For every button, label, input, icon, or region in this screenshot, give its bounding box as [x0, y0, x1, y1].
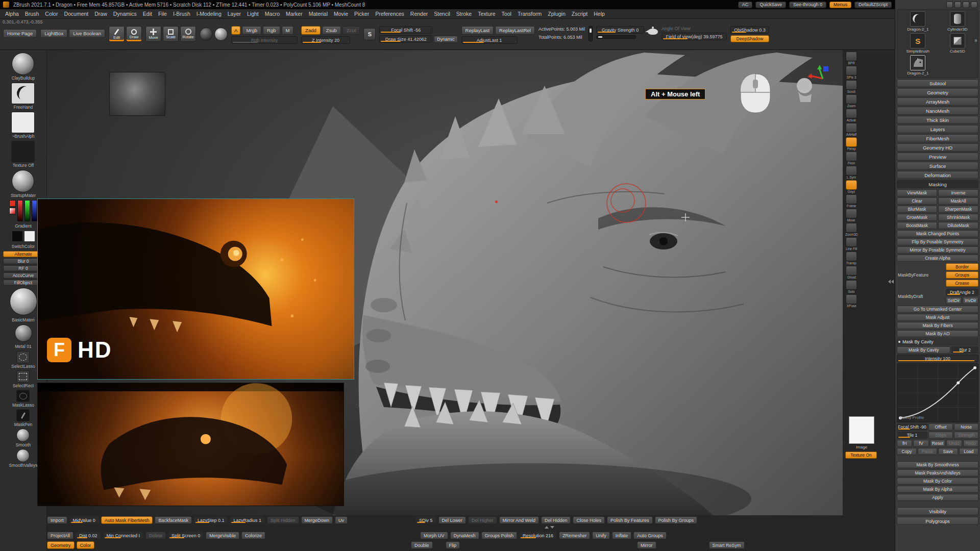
shelf-button[interactable]: Del Lower — [438, 516, 467, 524]
strip-button[interactable]: BPR — [846, 52, 857, 65]
title-bar-chip[interactable]: AC — [738, 2, 753, 8]
menu-item[interactable]: Help — [591, 9, 608, 18]
edit-mode-button[interactable]: Edit — [109, 26, 125, 42]
subpalette-header[interactable]: Polygroups — [897, 517, 978, 525]
mask-wide-button[interactable]: Mask PeaksAndValleys — [897, 469, 978, 477]
mini-gear-icon[interactable] — [954, 2, 961, 8]
color-gradient-swatch[interactable] — [9, 208, 16, 214]
strip-button-icon[interactable] — [846, 94, 857, 104]
color-a-button[interactable]: A — [231, 26, 240, 35]
shelf-button[interactable]: Groups Polish — [481, 532, 518, 539]
shelf-button[interactable]: Mirror And Weld — [499, 516, 539, 524]
mask-by-cavity-button[interactable]: Mask By Cavity — [897, 346, 950, 354]
subpalette-header[interactable]: Deformation — [897, 171, 978, 179]
mask-wide-button[interactable]: Mask By Color — [897, 478, 978, 485]
shelf-button[interactable]: Color — [77, 541, 95, 549]
cavity-intensity-slider[interactable]: Intensity 100 — [897, 355, 978, 362]
red-channel-bar[interactable] — [17, 200, 23, 221]
home-page-button[interactable]: Home Page — [3, 29, 37, 38]
strip-button-icon[interactable] — [846, 237, 857, 247]
metal-sphere-thumbnail[interactable] — [15, 324, 32, 342]
tool-item-simplebrush[interactable]: S SimpleBrush — [899, 33, 937, 54]
draft-angle-slider[interactable]: DraftAngle 2 — [946, 289, 978, 296]
strip-button[interactable]: Scroll — [846, 80, 857, 93]
tool-item-dragon-active[interactable]: Dragon-2_1 — [899, 55, 937, 76]
current-color-swatch[interactable] — [9, 200, 16, 207]
subpalette-header[interactable]: ArrayMesh — [897, 97, 978, 106]
shelf-button[interactable]: Min Connected I — [103, 532, 144, 539]
material-sphere-thumbnail[interactable] — [10, 288, 37, 315]
gradient-swatch[interactable] — [200, 28, 213, 41]
subpalette-header[interactable]: FiberMesh — [897, 134, 978, 142]
strip-button[interactable]: Transp — [846, 252, 857, 265]
lightbox-button[interactable]: LightBox — [40, 29, 67, 38]
shelf-button[interactable]: Polish By Groups — [655, 516, 698, 524]
menu-item[interactable]: Stencil — [431, 9, 453, 18]
z-intensity-slider[interactable]: Z Intensity 20 — [301, 36, 350, 44]
subpalette-header[interactable]: Geometry — [897, 88, 978, 96]
shelf-button[interactable]: Split Hidden — [267, 516, 299, 524]
live-boolean-button[interactable]: Live Boolean — [69, 29, 105, 38]
shelf-button[interactable]: Uv — [335, 516, 348, 524]
shelf-button[interactable]: Polish By Features — [607, 516, 653, 524]
curve-edit-button[interactable]: fV — [913, 440, 928, 447]
shelf-button[interactable]: Del Higher — [468, 516, 497, 524]
shelf-button[interactable]: MergeVisible — [206, 532, 239, 539]
menu-item[interactable]: File — [155, 9, 170, 18]
shelf-button[interactable]: Delete — [145, 532, 166, 539]
strip-button-icon[interactable] — [846, 80, 857, 90]
curve-file-button[interactable]: Load — [959, 448, 979, 455]
mask-wide-button[interactable]: Mask Adjust — [897, 314, 978, 321]
menu-item[interactable]: Edit — [140, 9, 155, 18]
zsub-button[interactable]: Zsub — [322, 26, 341, 35]
brush-slot[interactable]: ClayBuildup — [12, 53, 35, 81]
shelf-button[interactable]: Dist 0.02 — [76, 532, 101, 539]
shelf-button[interactable]: Auto Mask FiberMesh — [101, 516, 153, 524]
menu-item[interactable]: Layer — [225, 9, 244, 18]
zadd-button[interactable]: Zadd — [301, 26, 321, 35]
texture-on-button[interactable]: Texture On — [845, 452, 877, 459]
draw-mode-button[interactable]: Draw — [126, 26, 142, 42]
tool-thumbnail[interactable] — [16, 429, 30, 442]
draft-dir-button[interactable]: SetDir — [946, 297, 962, 304]
strip-button[interactable]: Persp — [846, 137, 857, 151]
curve-edit-button[interactable]: Reset — [930, 440, 945, 447]
shelf-button[interactable]: LazyStep 0.1 — [194, 516, 228, 524]
brush-thumbnail[interactable] — [12, 53, 34, 75]
tool-thumbnail[interactable] — [16, 449, 30, 462]
subpalette-header[interactable]: Subtool — [897, 79, 978, 87]
mask-button[interactable]: BoostMask — [897, 222, 937, 229]
cavity-tile-control[interactable]: Tile 1 — [897, 432, 927, 439]
title-bar-chip[interactable]: Menus — [829, 2, 851, 8]
main-color-swatch[interactable] — [12, 231, 23, 242]
menu-item[interactable]: Draw — [91, 9, 110, 18]
menu-item[interactable]: Tool — [499, 9, 514, 18]
brush-slot[interactable]: Texture Off — [11, 141, 35, 168]
cavity-focal-control[interactable]: Offset — [928, 423, 953, 431]
cavity-focal-control[interactable]: Focal Shift -90 — [897, 423, 927, 431]
mask-wide-button[interactable]: Mask By Fibers — [897, 322, 978, 329]
mask-button[interactable]: ShrinkMask — [938, 214, 978, 221]
switch-color-widget[interactable] — [12, 231, 35, 242]
subpalette-header[interactable]: NanoMesh — [897, 107, 978, 115]
menu-item[interactable]: Transform — [514, 9, 545, 18]
rgb-intensity-slider[interactable]: Rgb Intensity — [231, 36, 298, 44]
menu-item[interactable]: Zplugin — [545, 9, 568, 18]
rgb-button[interactable]: Rgb — [263, 26, 280, 35]
draft-dir-button[interactable]: InvDir — [963, 297, 978, 304]
tool-thumbnail[interactable] — [16, 390, 30, 402]
secondary-color-swatch[interactable] — [24, 231, 35, 242]
strip-button[interactable]: AAHalf — [846, 123, 857, 136]
field-of-view-slider[interactable]: Field of view(deg) 39.59775 — [662, 33, 727, 40]
mask-wide-button[interactable]: Mask By AO — [897, 330, 978, 337]
move-button[interactable]: Move — [145, 26, 161, 42]
shelf-button[interactable]: Del Hidden — [541, 516, 571, 524]
mask-wide-button[interactable]: Mirror By Posable Symmetry — [897, 246, 978, 254]
strip-button-icon[interactable] — [846, 137, 857, 147]
tool-slot[interactable]: SelectLasso — [11, 351, 35, 369]
mask-wide-button[interactable]: Flip By Posable Symmetry — [897, 238, 978, 245]
brush-slot[interactable]: ~BrushAlph — [11, 112, 35, 139]
cavity-tile-control[interactable]: Strength — [954, 432, 978, 439]
title-bar-chip[interactable]: See-through 0 — [789, 2, 826, 8]
strip-button-icon[interactable] — [846, 152, 857, 161]
